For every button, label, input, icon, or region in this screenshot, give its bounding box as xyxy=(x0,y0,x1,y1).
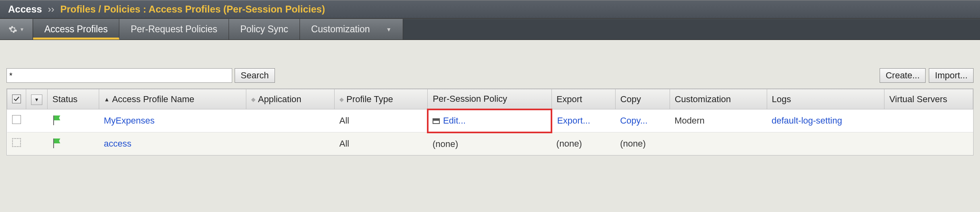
flag-icon xyxy=(52,115,62,124)
col-virtual-servers-label: Virtual Servers xyxy=(889,94,947,104)
export-cell: (none) xyxy=(551,132,615,155)
virtual-servers-cell xyxy=(884,109,973,132)
row-select-cell[interactable] xyxy=(7,132,26,155)
col-customization: Customization xyxy=(670,89,767,109)
tab-access-profiles[interactable]: Access Profiles xyxy=(33,19,119,40)
col-status-label: Status xyxy=(52,94,77,105)
table-body: MyExpensesAllEdit...Export...Copy...Mode… xyxy=(7,109,973,155)
application-cell xyxy=(246,109,334,132)
status-cell xyxy=(48,132,99,155)
per-session-cell: Edit... xyxy=(428,109,551,132)
export-value: (none) xyxy=(556,139,582,149)
col-copy: Copy xyxy=(615,89,670,109)
row-actions-dropdown[interactable]: ▼ xyxy=(31,94,42,105)
check-icon xyxy=(13,96,20,102)
tab-label: Access Profiles xyxy=(44,24,108,35)
flag-icon xyxy=(52,139,62,147)
col-per-session-label: Per-Session Policy xyxy=(433,94,507,104)
breadcrumb-path: Profiles / Policies : Access Profiles (P… xyxy=(60,4,325,15)
col-customization-label: Customization xyxy=(675,94,731,104)
sort-asc-icon xyxy=(104,96,110,103)
content-area: Search Create... Import... ▼ xyxy=(0,40,980,155)
col-profile-type-label: Profile Type xyxy=(346,94,393,105)
top-controls: Search Create... Import... xyxy=(6,68,974,83)
checkbox[interactable] xyxy=(12,115,21,124)
sort-icon xyxy=(251,96,256,103)
col-export: Export xyxy=(551,89,615,109)
table-row: accessAll(none)(none)(none) xyxy=(7,132,973,155)
breadcrumb-root: Access xyxy=(8,4,42,15)
profiles-table-wrap: ▼ Status Access Profile Name xyxy=(6,88,974,155)
copy-cell: (none) xyxy=(615,132,670,155)
per-session-value: (none) xyxy=(433,139,458,149)
application-cell xyxy=(246,132,334,155)
checkbox-disabled-icon xyxy=(12,138,21,147)
tab-row: ▼ Access ProfilesPer-Request PoliciesPol… xyxy=(0,19,980,40)
copy-link[interactable]: Copy... xyxy=(620,115,647,126)
search-button[interactable]: Search xyxy=(235,68,275,83)
logs-cell xyxy=(767,132,884,155)
customization-cell: Modern xyxy=(670,109,767,132)
col-copy-label: Copy xyxy=(620,94,641,104)
col-virtual-servers: Virtual Servers xyxy=(884,89,973,109)
tab-label: Customization xyxy=(311,24,370,35)
col-select-all[interactable] xyxy=(7,89,26,109)
search-controls: Search xyxy=(6,68,275,83)
create-button[interactable]: Create... xyxy=(880,68,926,83)
edit-policy-link[interactable]: Edit... xyxy=(443,115,466,126)
search-input[interactable] xyxy=(6,68,232,83)
col-application-label: Application xyxy=(258,94,302,105)
import-button[interactable]: Import... xyxy=(929,68,974,83)
profile-type-cell: All xyxy=(335,132,428,155)
col-status[interactable]: Status xyxy=(48,89,99,109)
row-actions-cell xyxy=(26,109,48,132)
name-cell: access xyxy=(99,132,246,155)
col-name-label: Access Profile Name xyxy=(112,94,194,105)
col-name[interactable]: Access Profile Name xyxy=(99,89,246,109)
gear-menu-button[interactable]: ▼ xyxy=(0,19,33,40)
col-per-session: Per-Session Policy xyxy=(428,89,551,109)
tabs-container: Access ProfilesPer-Request PoliciesPolic… xyxy=(33,19,403,40)
caret-down-icon: ▼ xyxy=(34,97,39,103)
export-cell: Export... xyxy=(551,109,615,132)
breadcrumb: Access ›› Profiles / Policies : Access P… xyxy=(8,4,972,15)
name-cell: MyExpenses xyxy=(99,109,246,132)
tab-label: Per-Request Policies xyxy=(131,24,217,35)
col-export-label: Export xyxy=(557,94,583,104)
profile-name-link[interactable]: MyExpenses xyxy=(104,115,155,126)
window-icon xyxy=(433,118,440,124)
gear-icon xyxy=(8,25,17,34)
virtual-servers-cell xyxy=(884,132,973,155)
col-logs-label: Logs xyxy=(772,94,791,104)
header-bar: Access ›› Profiles / Policies : Access P… xyxy=(0,0,980,19)
row-select-cell[interactable] xyxy=(7,109,26,132)
col-logs: Logs xyxy=(767,89,884,109)
logs-link[interactable]: default-log-setting xyxy=(772,115,842,126)
tab-policy-sync[interactable]: Policy Sync xyxy=(229,19,300,40)
export-link[interactable]: Export... xyxy=(557,115,590,126)
action-controls: Create... Import... xyxy=(880,68,974,83)
per-session-cell: (none) xyxy=(428,132,551,155)
logs-cell: default-log-setting xyxy=(767,109,884,132)
select-all-checkbox[interactable] xyxy=(12,94,21,103)
tab-per-request-policies[interactable]: Per-Request Policies xyxy=(119,19,229,40)
caret-down-icon: ▼ xyxy=(386,26,392,33)
status-cell xyxy=(48,109,99,132)
col-row-actions[interactable]: ▼ xyxy=(26,89,48,109)
profile-name-link[interactable]: access xyxy=(104,139,131,149)
col-profile-type[interactable]: Profile Type xyxy=(335,89,428,109)
sort-icon xyxy=(339,96,344,103)
col-application[interactable]: Application xyxy=(246,89,334,109)
row-actions-cell xyxy=(26,132,48,155)
customization-cell xyxy=(670,132,767,155)
copy-value: (none) xyxy=(620,139,646,149)
table-row: MyExpensesAllEdit...Export...Copy...Mode… xyxy=(7,109,973,132)
caret-down-icon: ▼ xyxy=(20,27,25,32)
breadcrumb-separator: ›› xyxy=(48,4,54,15)
profile-type-cell: All xyxy=(335,109,428,132)
tab-label: Policy Sync xyxy=(240,24,288,35)
profiles-table: ▼ Status Access Profile Name xyxy=(7,89,973,155)
tab-customization[interactable]: Customization▼ xyxy=(300,19,404,40)
copy-cell: Copy... xyxy=(615,109,670,132)
